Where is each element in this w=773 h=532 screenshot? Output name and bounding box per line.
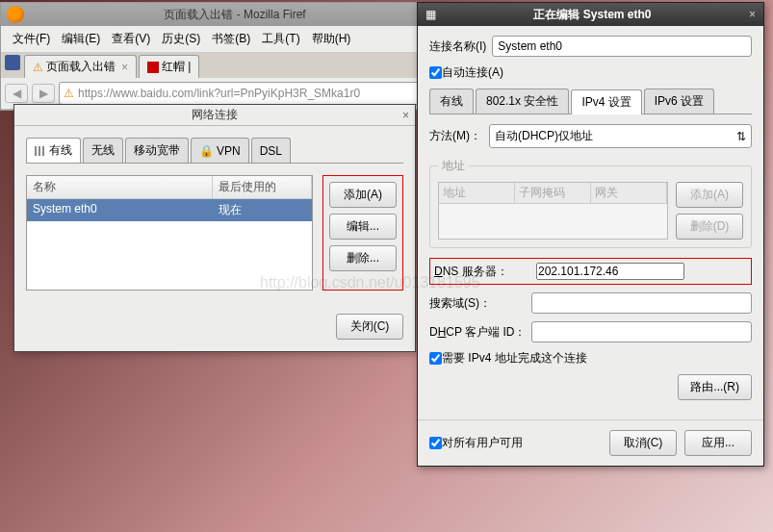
autoconnect-checkbox[interactable] (429, 66, 442, 79)
tab-dsl[interactable]: DSL (251, 138, 291, 163)
conn-name-input[interactable] (492, 36, 752, 57)
dhcp-client-input[interactable] (531, 321, 752, 342)
connections-list[interactable]: 名称 最后使用的 System eth0 现在 (26, 175, 313, 291)
tab-ipv6[interactable]: IPv6 设置 (644, 89, 714, 114)
window-icon: ▦ (425, 8, 436, 21)
chevron-updown-icon: ⇅ (736, 130, 746, 143)
col-mask: 子网掩码 (515, 183, 591, 204)
require-ipv4-checkbox[interactable] (429, 352, 442, 365)
url-bar[interactable]: ⚠https://www.baidu.com/link?url=PnPyiKpH… (59, 82, 442, 105)
close-icon[interactable]: × (121, 61, 128, 74)
edit-connection-dialog: ▦ 正在编辑 System eth0 × 连接名称(I) 自动连接(A) 有线 … (417, 2, 764, 467)
tab-error[interactable]: ⚠页面载入出错× (24, 55, 137, 78)
address-legend: 地址 (438, 158, 469, 174)
url-text: https://www.baidu.com/link?url=PnPyiKpH3… (78, 87, 360, 100)
lock-icon: 🔒 (199, 144, 214, 158)
settings-tabs: 有线 802.1x 安全性 IPv4 设置 IPv6 设置 (429, 89, 752, 114)
method-label: 方法(M)： (429, 128, 481, 144)
apply-button[interactable]: 应用... (684, 430, 752, 456)
netdlg-title-text: 网络连接 (192, 107, 238, 123)
editdlg-title-text: 正在编辑 System eth0 (436, 7, 749, 23)
row-name: System eth0 (27, 199, 213, 221)
col-gateway: 网关 (591, 183, 667, 204)
warning-icon: ⚠ (64, 87, 74, 100)
list-row-selected[interactable]: System eth0 现在 (27, 199, 312, 221)
autoconnect-label: 自动连接(A) (442, 64, 503, 81)
close-icon[interactable]: × (402, 109, 409, 122)
delete-button[interactable]: 删除... (329, 245, 397, 271)
menu-help[interactable]: 帮助(H) (306, 28, 357, 50)
menu-file[interactable]: 文件(F) (7, 28, 56, 50)
all-users-label: 对所有用户可用 (442, 435, 523, 451)
method-value: 自动(DHCP)仅地址 (495, 128, 593, 144)
close-button[interactable]: 关闭(C) (336, 314, 403, 340)
firefox-titlebar: 页面载入出错 - Mozilla Firef (1, 3, 446, 26)
addr-delete-button[interactable]: 删除(D) (676, 214, 743, 240)
require-ipv4-label: 需要 IPv4 地址完成这个连接 (442, 350, 587, 367)
tab-vpn[interactable]: 🔒VPN (191, 138, 249, 163)
dns-input[interactable] (536, 263, 684, 280)
redhat-icon (147, 62, 159, 73)
tab-redhat[interactable]: 红帽 | (139, 55, 199, 78)
paw-icon[interactable] (5, 55, 20, 70)
netdlg-titlebar: 网络连接 × (14, 105, 415, 126)
forward-button[interactable]: ▶ (32, 84, 55, 103)
tab-label: 页面载入出错 (46, 59, 116, 75)
dns-label: DNS 服务器： (434, 264, 530, 280)
edit-button[interactable]: 编辑... (329, 214, 397, 240)
tab-ipv4[interactable]: IPv4 设置 (571, 89, 641, 114)
firefox-title: 页面载入出错 - Mozilla Firef (30, 7, 440, 23)
close-icon[interactable]: × (749, 8, 756, 21)
wired-icon (35, 146, 46, 156)
menu-edit[interactable]: 编辑(E) (56, 28, 106, 50)
firefox-window: 页面载入出错 - Mozilla Firef 文件(F) 编辑(E) 查看(V)… (0, 2, 447, 111)
tab-wired[interactable]: 有线 (429, 89, 474, 114)
network-connections-dialog: 网络连接 × 有线 无线 移动宽带 🔒VPN DSL 名称 最后使用的 Syst… (13, 104, 416, 352)
addr-add-button[interactable]: 添加(A) (676, 182, 743, 208)
dhcp-client-label: DHCP 客户端 ID： (429, 324, 526, 341)
add-button[interactable]: 添加(A) (329, 182, 397, 208)
search-domain-input[interactable] (531, 292, 752, 314)
method-select[interactable]: 自动(DHCP)仅地址 ⇅ (489, 124, 752, 148)
tab-mobile[interactable]: 移动宽带 (125, 138, 189, 163)
menu-tools[interactable]: 工具(T) (256, 28, 305, 50)
col-lastused: 最后使用的 (213, 176, 312, 199)
editdlg-titlebar: ▦ 正在编辑 System eth0 × (418, 3, 763, 26)
menu-view[interactable]: 查看(V) (106, 28, 156, 50)
routes-button[interactable]: 路由...(R) (678, 374, 752, 400)
tab-label: 红帽 | (162, 59, 191, 75)
tab-wireless[interactable]: 无线 (83, 138, 123, 163)
tab-8021x[interactable]: 802.1x 安全性 (476, 89, 569, 114)
connection-type-tabs: 有线 无线 移动宽带 🔒VPN DSL (26, 138, 403, 164)
list-header: 名称 最后使用的 (27, 176, 312, 199)
col-addr: 地址 (439, 183, 515, 204)
firefox-logo-icon (7, 6, 24, 23)
menu-bookmarks[interactable]: 书签(B) (206, 28, 256, 50)
address-table[interactable]: 地址 子网掩码 网关 (438, 182, 668, 240)
connection-buttons: 添加(A) 编辑... 删除... (322, 175, 403, 291)
tab-wired[interactable]: 有线 (26, 138, 81, 163)
all-users-checkbox[interactable] (429, 437, 442, 449)
row-lastused: 现在 (213, 199, 312, 221)
menu-history[interactable]: 历史(S) (156, 28, 206, 50)
col-name: 名称 (27, 176, 213, 199)
back-button[interactable]: ◀ (5, 84, 28, 103)
address-group: 地址 地址 子网掩码 网关 添加(A) 删除(D) (429, 158, 752, 248)
conn-name-label: 连接名称(I) (429, 38, 486, 55)
cancel-button[interactable]: 取消(C) (609, 430, 677, 456)
search-domain-label: 搜索域(S)： (429, 295, 526, 312)
warning-icon: ⚠ (33, 61, 43, 74)
firefox-tabs: ⚠页面载入出错× 红帽 | (1, 53, 446, 78)
firefox-menubar: 文件(F) 编辑(E) 查看(V) 历史(S) 书签(B) 工具(T) 帮助(H… (1, 26, 446, 53)
